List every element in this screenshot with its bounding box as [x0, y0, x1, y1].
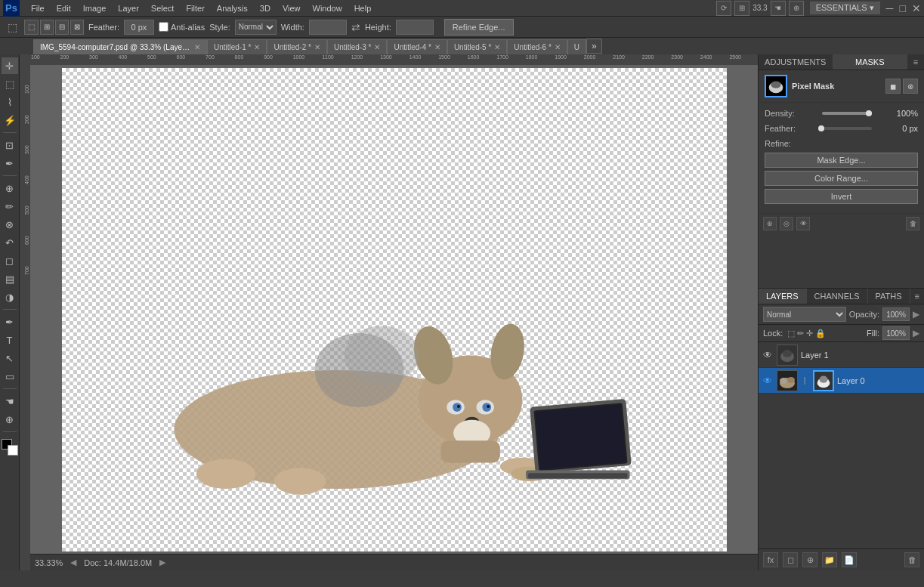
tab-untitled3[interactable]: Untitled-3 * ✕ [327, 39, 387, 54]
tab-untitled2[interactable]: Untitled-2 * ✕ [267, 39, 326, 54]
menu-3d[interactable]: 3D [255, 2, 276, 14]
tab-untitled5-close[interactable]: ✕ [494, 43, 500, 51]
menu-image[interactable]: Image [78, 2, 112, 14]
lock-paint-icon[interactable]: ✏ [797, 329, 804, 338]
dodge-tool[interactable]: ◑ [2, 289, 18, 305]
density-slider-thumb[interactable] [866, 110, 872, 116]
essentials-button[interactable]: ESSENTIALS ▾ [810, 2, 880, 14]
subtract-selection-btn[interactable]: ⊟ [55, 20, 69, 35]
tab-overflow-btn[interactable]: » [586, 39, 602, 54]
tab-masks[interactable]: MASKS [833, 54, 908, 70]
rect-marquee-tool[interactable]: ⬚ [2, 76, 18, 92]
panel-icon-3[interactable]: 👁 [796, 217, 810, 230]
menu-window[interactable]: Window [307, 2, 348, 14]
minimize-btn[interactable]: ─ [886, 2, 894, 14]
tab-u[interactable]: U [567, 39, 586, 54]
width-input[interactable] [309, 20, 347, 35]
stamp-tool[interactable]: ⊗ [2, 216, 18, 233]
layer-fx-btn[interactable]: fx [763, 552, 778, 567]
eraser-tool[interactable]: ◻ [2, 252, 18, 269]
tab-main-file[interactable]: IMG_5594-computer7.psd @ 33.3% (Layer 0,… [33, 39, 207, 54]
tab-untitled4[interactable]: Untitled-4 * ✕ [387, 39, 447, 54]
panel-icon-1[interactable]: ⊕ [763, 217, 777, 230]
zoom-tool[interactable]: ⊕ [2, 411, 18, 428]
canvas-wrapper[interactable] [30, 65, 758, 554]
menu-select[interactable]: Select [146, 2, 180, 14]
layer-item-layer0[interactable]: 👁 | [759, 368, 924, 394]
height-input[interactable] [396, 20, 434, 35]
menu-help[interactable]: Help [349, 2, 377, 14]
tab-untitled6-close[interactable]: ✕ [555, 43, 561, 51]
lasso-tool[interactable]: ⌇ [2, 94, 18, 110]
background-color[interactable] [8, 445, 18, 456]
brush-tool[interactable]: ✏ [2, 198, 18, 215]
tab-adjustments[interactable]: ADJUSTMENTS [759, 54, 833, 70]
layer1-visibility-icon[interactable]: 👁 [762, 350, 774, 360]
tab-untitled1-close[interactable]: ✕ [254, 43, 260, 51]
quick-select-tool[interactable]: ⚡ [2, 112, 18, 128]
opacity-arrow[interactable]: ▶ [913, 309, 919, 320]
panel-icon-2[interactable]: ◎ [780, 217, 793, 230]
new-layer-btn[interactable]: 📄 [842, 552, 857, 567]
opacity-input[interactable] [882, 307, 910, 321]
menu-view[interactable]: View [277, 2, 306, 14]
tab-channels[interactable]: CHANNELS [807, 289, 868, 304]
lock-move-icon[interactable]: ✛ [806, 329, 813, 338]
panel-menu-btn[interactable]: ≡ [907, 54, 924, 70]
menu-filter[interactable]: Filter [181, 2, 209, 14]
close-btn[interactable]: ✕ [912, 2, 921, 14]
history-brush-tool[interactable]: ↶ [2, 234, 18, 251]
fill-arrow[interactable]: ▶ [913, 328, 919, 338]
anti-alias-checkbox[interactable] [159, 22, 168, 32]
canvas[interactable] [62, 68, 727, 551]
fill-input[interactable] [882, 326, 910, 340]
density-slider[interactable] [822, 112, 872, 115]
lock-all-icon[interactable]: 🔒 [815, 329, 826, 338]
tab-untitled1[interactable]: Untitled-1 * ✕ [207, 39, 267, 54]
eyedropper-tool[interactable]: ✒ [2, 155, 18, 171]
tab-untitled4-close[interactable]: ✕ [434, 43, 440, 51]
menu-analysis[interactable]: Analysis [212, 2, 253, 14]
new-selection-btn[interactable]: ⬚ [24, 20, 39, 35]
pen-tool[interactable]: ✒ [2, 314, 18, 330]
status-nav-left[interactable]: ◀ [70, 558, 76, 567]
feather-slider[interactable] [822, 127, 872, 130]
tab-untitled6[interactable]: Untitled-6 * ✕ [507, 39, 567, 54]
gradient-tool[interactable]: ▤ [2, 270, 18, 287]
path-select-tool[interactable]: ↖ [2, 350, 18, 366]
delete-layer-btn[interactable]: 🗑 [904, 552, 919, 567]
invert-button[interactable]: Invert [765, 189, 918, 204]
tab-untitled3-close[interactable]: ✕ [374, 43, 380, 51]
layer-item-layer1[interactable]: 👁 Layer 1 [759, 342, 924, 368]
shape-tool[interactable]: ▭ [2, 368, 18, 385]
tab-layers[interactable]: LAYERS [759, 289, 807, 304]
tab-main-close[interactable]: ✕ [194, 43, 200, 51]
layer0-mask-thumbnail[interactable] [813, 370, 834, 391]
panel-icon-trash[interactable]: 🗑 [906, 217, 919, 230]
lock-transparent-icon[interactable]: ⬚ [787, 329, 795, 338]
new-adjustment-btn[interactable]: ⊕ [802, 552, 817, 567]
move-tool[interactable]: ✛ [2, 57, 18, 74]
add-mask-btn[interactable]: ◻ [783, 552, 798, 567]
feather-input[interactable] [124, 20, 154, 35]
fg-bg-colors[interactable] [2, 439, 18, 456]
tab-paths[interactable]: PATHS [868, 289, 910, 304]
feather-slider-thumb[interactable] [818, 125, 824, 131]
menu-layer[interactable]: Layer [113, 2, 144, 14]
new-group-btn[interactable]: 📁 [822, 552, 837, 567]
color-range-button[interactable]: Color Range... [765, 171, 918, 186]
type-tool[interactable]: T [2, 332, 18, 348]
layer0-visibility-icon[interactable]: 👁 [762, 375, 774, 386]
tab-untitled2-close[interactable]: ✕ [314, 43, 320, 51]
spot-heal-tool[interactable]: ⊕ [2, 180, 18, 196]
mask-apply-icon[interactable]: ◼ [885, 79, 901, 94]
refine-edge-button[interactable]: Refine Edge... [444, 19, 514, 36]
intersect-selection-btn[interactable]: ⊠ [70, 20, 84, 35]
hand-tool[interactable]: ☚ [2, 393, 18, 409]
add-selection-btn[interactable]: ⊞ [40, 20, 54, 35]
mask-preview-thumbnail[interactable] [765, 75, 787, 97]
style-select[interactable]: Normal [235, 20, 277, 35]
blend-mode-select[interactable]: Normal [763, 307, 846, 322]
tab-untitled5[interactable]: Untitled-5 * ✕ [447, 39, 507, 54]
maximize-btn[interactable]: □ [900, 2, 906, 14]
